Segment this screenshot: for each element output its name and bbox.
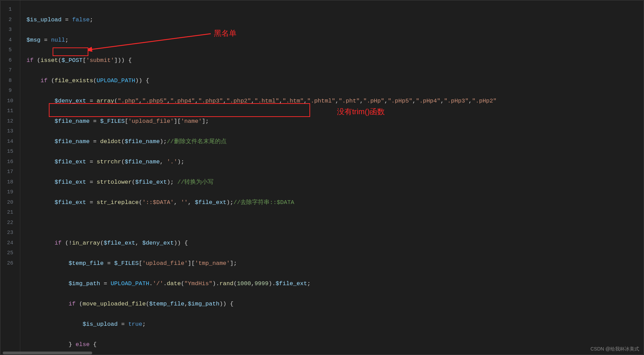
line-number: 25: [0, 248, 20, 258]
line-number: 12: [0, 116, 20, 127]
line-number: 14: [0, 137, 20, 147]
line-number: 6: [0, 55, 20, 66]
line-number: 1: [0, 4, 20, 15]
line-number: 17: [0, 167, 20, 177]
watermark: CSDN @给我杯冰美式: [590, 346, 639, 352]
line-number: 5: [0, 45, 20, 55]
line-number: 7: [0, 65, 20, 76]
line-number: 3: [0, 25, 20, 35]
line-number: 8: [0, 76, 20, 86]
line-number: 2: [0, 15, 20, 25]
code-area[interactable]: $is_upload = false; $msg = null; if (iss…: [20, 0, 644, 355]
line-number: 4: [0, 35, 20, 45]
line-number: 18: [0, 177, 20, 187]
line-number: 23: [0, 228, 20, 238]
horizontal-scrollbar[interactable]: [3, 352, 92, 354]
code-editor: 1234567891011121314151617181920212223242…: [0, 0, 644, 355]
line-number: 15: [0, 147, 20, 157]
line-number: 10: [0, 96, 20, 106]
line-number: 16: [0, 157, 20, 167]
line-number: 9: [0, 86, 20, 96]
line-number: 11: [0, 106, 20, 116]
line-number: 13: [0, 126, 20, 137]
line-number: 20: [0, 197, 20, 208]
line-number: 26: [0, 258, 20, 269]
line-number: 19: [0, 187, 20, 197]
line-number-gutter: 1234567891011121314151617181920212223242…: [0, 0, 20, 355]
line-number: 22: [0, 218, 20, 228]
line-number: 24: [0, 238, 20, 248]
line-number: 21: [0, 207, 20, 218]
code-token: $is_upload: [26, 17, 62, 23]
